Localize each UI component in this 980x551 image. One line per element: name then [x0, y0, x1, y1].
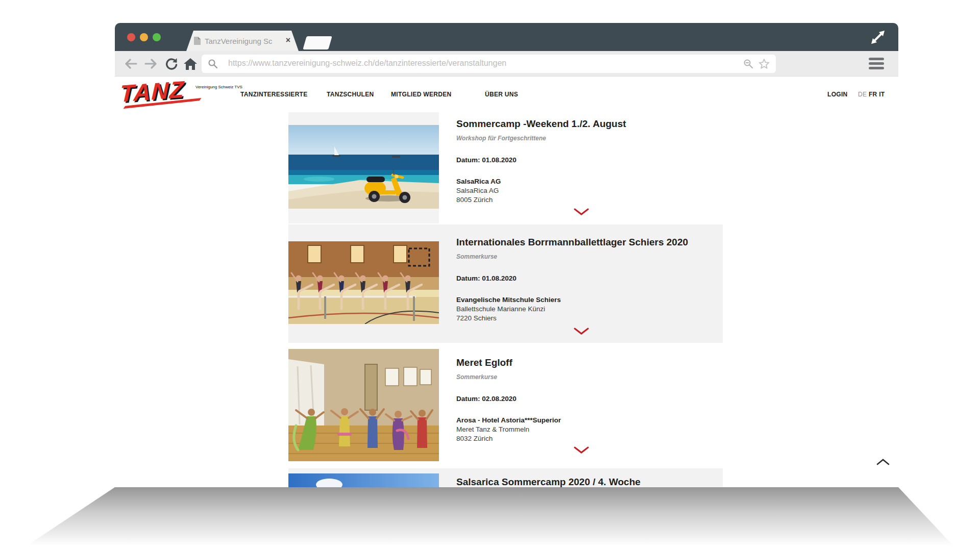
- event-category: Workshop für Fortgeschrittene: [456, 135, 701, 142]
- event-organizer: Ballettschule Marianne Künzi: [456, 305, 701, 314]
- event-image-frame: [288, 224, 439, 343]
- nav-item-tanzschulen[interactable]: TANZSCHULEN: [327, 91, 374, 98]
- maximize-window-button[interactable]: [153, 33, 161, 41]
- event-venue: Arosa - Hotel Astoria***Superior: [456, 416, 701, 425]
- event-city: 8005 Zürich: [456, 195, 701, 205]
- lang-fr[interactable]: FR: [869, 91, 877, 98]
- event-address: SalsaRica AG SalsaRica AG 8005 Zürich: [456, 177, 701, 205]
- event-card-sommercamp: Sommercamp -Weekend 1./2. August Worksho…: [288, 112, 723, 223]
- logo-subtext: Vereinigung Schweiz TVS: [195, 85, 242, 89]
- event-date: Datum: 02.08.2020: [456, 395, 701, 403]
- back-icon[interactable]: [124, 57, 137, 70]
- event-date: Datum: 01.08.2020: [456, 274, 701, 282]
- event-card-salsarica: Salsarica Sommercamp 2020 / 4. Woche: [288, 468, 723, 487]
- event-organizer: SalsaRica AG: [456, 186, 701, 195]
- expand-chevron-icon[interactable]: [574, 446, 589, 454]
- event-card-meret-egloff: Meret Egloff Sommerkurse Datum: 02.08.20…: [288, 349, 723, 461]
- window-pedestal-shadow: [0, 487, 980, 546]
- nav-item-tanzinteressierte[interactable]: TANZINTERESSIERTE: [240, 91, 308, 98]
- search-icon: [208, 59, 218, 69]
- lang-it[interactable]: IT: [879, 91, 885, 98]
- event-details: Meret Egloff Sommerkurse Datum: 02.08.20…: [456, 357, 701, 443]
- event-title[interactable]: Sommercamp -Weekend 1./2. August: [456, 118, 701, 130]
- close-window-button[interactable]: [127, 33, 135, 41]
- event-details: Sommercamp -Weekend 1./2. August Worksho…: [456, 118, 701, 205]
- page-icon: [193, 36, 201, 45]
- event-photo-ballet-class-at-barre[interactable]: [288, 241, 439, 324]
- zoom-icon[interactable]: [743, 59, 753, 69]
- fullscreen-icon[interactable]: [871, 30, 885, 44]
- tab-close-icon[interactable]: ×: [286, 35, 290, 45]
- url-bar[interactable]: https://www.tanzvereinigung-schweiz.ch/d…: [202, 55, 776, 73]
- event-title[interactable]: Internationales Borrmannballettlager Sch…: [456, 237, 701, 248]
- event-title[interactable]: Meret Egloff: [456, 357, 701, 369]
- event-image-frame: [288, 349, 439, 461]
- menu-icon[interactable]: [869, 58, 884, 71]
- nav-item-ueber-uns[interactable]: ÜBER UNS: [485, 91, 518, 98]
- event-photo-dance-and-drum-workshop[interactable]: [288, 349, 439, 461]
- event-date: Datum: 01.08.2020: [456, 156, 701, 164]
- event-city: 7220 Schiers: [456, 314, 701, 323]
- event-card-ballettlager: Internationales Borrmannballettlager Sch…: [288, 224, 723, 343]
- nav-item-mitglied-werden[interactable]: MITGLIED WERDEN: [391, 91, 452, 98]
- minimize-window-button[interactable]: [140, 33, 148, 41]
- forward-icon[interactable]: [144, 57, 158, 70]
- event-venue: SalsaRica AG: [456, 177, 701, 186]
- tab-title: TanzVereinigung Sc: [205, 37, 273, 45]
- login-link[interactable]: LOGIN: [827, 91, 848, 98]
- event-city: 8032 Zürich: [456, 434, 701, 443]
- language-switcher: DE FR IT: [858, 91, 885, 98]
- url-text[interactable]: https://www.tanzvereinigung-schweiz.ch/d…: [228, 59, 506, 68]
- browser-toolbar: https://www.tanzvereinigung-schweiz.ch/d…: [115, 51, 898, 77]
- event-title[interactable]: Salsarica Sommercamp 2020 / 4. Woche: [456, 477, 701, 487]
- reload-icon[interactable]: [165, 57, 178, 70]
- event-category: Sommerkurse: [456, 373, 701, 381]
- home-icon[interactable]: [183, 57, 198, 70]
- website-content: TANZ Vereinigung Schweiz TVS TANZINTERES…: [115, 77, 898, 487]
- event-photo-yellow-scooter-on-beach[interactable]: [288, 125, 439, 209]
- new-tab-button[interactable]: [303, 36, 332, 49]
- browser-titlebar: TanzVereinigung Sc ×: [115, 23, 898, 51]
- event-details: Salsarica Sommercamp 2020 / 4. Woche: [456, 477, 701, 487]
- browser-window: TanzVereinigung Sc × ht: [115, 23, 898, 487]
- browser-tab[interactable]: TanzVereinigung Sc ×: [186, 31, 299, 51]
- event-organizer: Meret Tanz & Trommeln: [456, 425, 701, 434]
- event-image-frame: [288, 112, 439, 223]
- event-photo-blue-water[interactable]: [288, 473, 439, 487]
- bookmark-star-icon[interactable]: [758, 58, 770, 69]
- event-image-frame: [288, 468, 439, 487]
- lang-de[interactable]: DE: [858, 91, 867, 98]
- event-details: Internationales Borrmannballettlager Sch…: [456, 237, 701, 323]
- scroll-to-top-icon[interactable]: [876, 458, 890, 465]
- event-address: Arosa - Hotel Astoria***Superior Meret T…: [456, 416, 701, 444]
- expand-chevron-icon[interactable]: [574, 328, 589, 335]
- event-category: Sommerkurse: [456, 253, 701, 260]
- expand-chevron-icon[interactable]: [574, 208, 589, 216]
- event-address: Evangelische Mitschule Schiers Ballettsc…: [456, 295, 701, 323]
- event-venue: Evangelische Mitschule Schiers: [456, 295, 701, 305]
- tanz-logo[interactable]: TANZ Vereinigung Schweiz TVS: [120, 79, 237, 107]
